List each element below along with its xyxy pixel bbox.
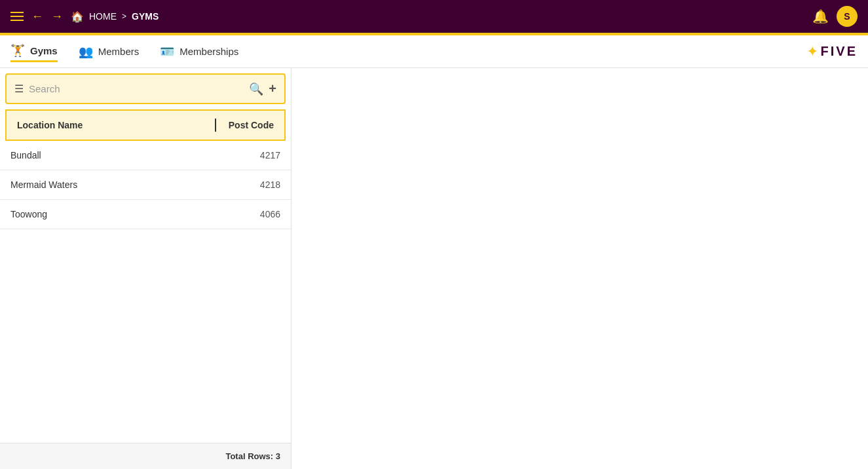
- back-button[interactable]: ←: [31, 10, 43, 24]
- current-page-label: GYMS: [132, 11, 159, 22]
- main-content: ☰ 🔍 + Location Name Post Code Bundall 42…: [0, 68, 868, 469]
- gyms-icon: 🏋: [10, 43, 25, 58]
- row-location: Bundall: [10, 150, 228, 160]
- top-bar: ← → 🏠 HOME > GYMS 🔔 S: [0, 0, 868, 33]
- row-postcode: 4217: [228, 150, 280, 160]
- right-panel: [292, 68, 868, 469]
- nav-item-members[interactable]: 👥 Members: [79, 42, 140, 62]
- logo-star-icon: ✦: [806, 43, 818, 60]
- home-label[interactable]: HOME: [89, 11, 117, 22]
- nav-item-gyms[interactable]: 🏋 Gyms: [10, 41, 58, 62]
- table-row[interactable]: Toowong 4066: [0, 200, 291, 229]
- nav-item-memberships[interactable]: 🪪 Memberships: [160, 42, 238, 62]
- table-header: Location Name Post Code: [5, 109, 286, 141]
- breadcrumb-separator: >: [122, 12, 126, 21]
- table-row[interactable]: Mermaid Waters 4218: [0, 170, 291, 200]
- col-header-postcode: Post Code: [221, 120, 274, 130]
- total-rows-label: Total Rows: 3: [225, 451, 280, 461]
- row-postcode: 4218: [228, 179, 280, 190]
- top-bar-right: 🔔 S: [812, 6, 858, 27]
- left-panel: ☰ 🔍 + Location Name Post Code Bundall 42…: [0, 68, 292, 469]
- search-icon[interactable]: 🔍: [249, 82, 263, 96]
- hamburger-menu[interactable]: [10, 12, 24, 21]
- column-divider: [215, 119, 216, 132]
- members-icon: 👥: [79, 45, 93, 59]
- user-initial: S: [844, 11, 850, 22]
- nav-members-label: Members: [98, 46, 140, 57]
- user-avatar[interactable]: S: [837, 6, 858, 27]
- search-bar: ☰ 🔍 +: [5, 73, 286, 104]
- notification-bell-icon[interactable]: 🔔: [812, 9, 829, 24]
- sub-nav: 🏋 Gyms 👥 Members 🪪 Memberships ✦ FIVE: [0, 35, 868, 68]
- add-button[interactable]: +: [269, 81, 276, 96]
- table-footer: Total Rows: 3: [0, 443, 291, 469]
- home-icon: 🏠: [71, 10, 84, 23]
- memberships-icon: 🪪: [160, 45, 174, 59]
- table-body: Bundall 4217 Mermaid Waters 4218 Toowong…: [0, 141, 291, 443]
- row-location: Mermaid Waters: [10, 179, 228, 190]
- col-header-location: Location Name: [17, 120, 210, 130]
- forward-button[interactable]: →: [51, 10, 63, 24]
- top-bar-left: ← → 🏠 HOME > GYMS: [10, 10, 159, 24]
- nav-gyms-label: Gyms: [30, 45, 58, 56]
- nav-memberships-label: Memberships: [179, 46, 238, 57]
- filter-icon[interactable]: ☰: [14, 83, 24, 95]
- five-logo: ✦ FIVE: [806, 43, 858, 60]
- logo-text: FIVE: [821, 44, 858, 59]
- sub-nav-left: 🏋 Gyms 👥 Members 🪪 Memberships: [10, 41, 238, 62]
- row-location: Toowong: [10, 209, 228, 219]
- breadcrumb: 🏠 HOME > GYMS: [71, 10, 159, 23]
- table-row[interactable]: Bundall 4217: [0, 141, 291, 170]
- search-input[interactable]: [29, 83, 244, 94]
- row-postcode: 4066: [228, 209, 280, 219]
